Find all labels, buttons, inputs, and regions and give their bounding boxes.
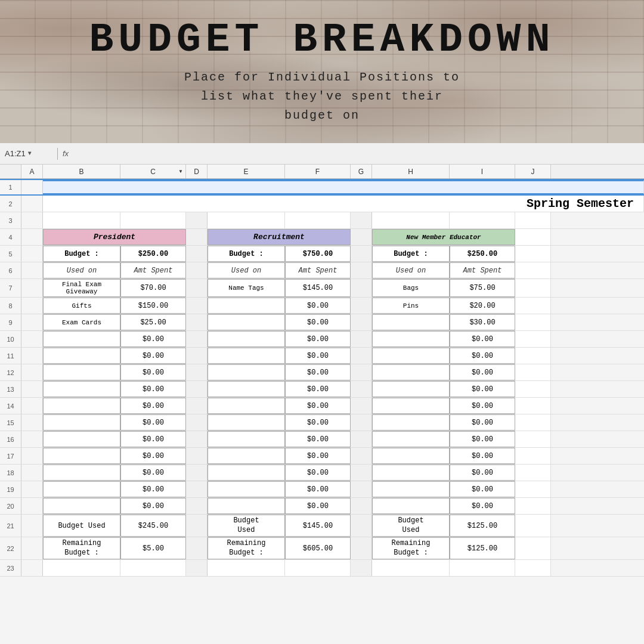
cell-j21[interactable] bbox=[515, 515, 551, 537]
col-header-a[interactable]: A bbox=[21, 165, 43, 178]
cell-a7[interactable] bbox=[21, 279, 43, 297]
cell-a1[interactable] bbox=[21, 180, 43, 194]
fx-label: fx bbox=[63, 149, 69, 158]
cell-j4[interactable] bbox=[515, 229, 551, 245]
cell-a18[interactable] bbox=[21, 465, 43, 481]
cell-a20[interactable] bbox=[21, 498, 43, 514]
cell-a10[interactable] bbox=[21, 331, 43, 347]
col-header-d[interactable]: D bbox=[186, 165, 208, 178]
cell-j16[interactable] bbox=[515, 431, 551, 447]
cell-j13[interactable] bbox=[515, 381, 551, 397]
gap-d23 bbox=[186, 560, 208, 576]
gap-g7 bbox=[351, 279, 372, 297]
cell-h23[interactable] bbox=[372, 560, 450, 576]
cell-f23[interactable] bbox=[285, 560, 351, 576]
cell-j18[interactable] bbox=[515, 465, 551, 481]
rec-item-3-name bbox=[208, 331, 285, 347]
pres-item-11-name bbox=[43, 465, 120, 481]
grid-row-4: 4 President Recruitment New Member Educa… bbox=[0, 229, 644, 246]
dropdown-arrow-icon[interactable]: ▼ bbox=[28, 150, 32, 157]
cell-j19[interactable] bbox=[515, 481, 551, 497]
row-num-2: 2 bbox=[0, 196, 21, 212]
cell-a16[interactable] bbox=[21, 431, 43, 447]
col-header-e[interactable]: E bbox=[208, 165, 285, 178]
cell-a12[interactable] bbox=[21, 364, 43, 380]
cell-b23[interactable] bbox=[43, 560, 120, 576]
cell-b3[interactable] bbox=[43, 212, 120, 228]
cell-a5[interactable] bbox=[21, 246, 43, 262]
cell-e23[interactable] bbox=[208, 560, 285, 576]
pres-item-7-amount: $0.00 bbox=[120, 398, 186, 414]
spreadsheet-wrapper: A1:Z1 ▼ fx A B C D E F G H I J 1 bbox=[0, 143, 644, 644]
cell-a21[interactable] bbox=[21, 515, 43, 537]
cell-a14[interactable] bbox=[21, 398, 43, 414]
cell-h3[interactable] bbox=[372, 212, 450, 228]
cell-a19[interactable] bbox=[21, 481, 43, 497]
gap-d10 bbox=[186, 331, 208, 347]
col-header-b[interactable]: B bbox=[43, 165, 120, 178]
grid-row-2: 2 Spring Semester bbox=[0, 196, 644, 212]
cell-j12[interactable] bbox=[515, 364, 551, 380]
cell-a15[interactable] bbox=[21, 414, 43, 431]
row-num-8: 8 bbox=[0, 298, 21, 314]
cell-i23[interactable] bbox=[450, 560, 515, 576]
cell-a13[interactable] bbox=[21, 381, 43, 397]
cell-c3[interactable] bbox=[120, 212, 186, 228]
cell-j22[interactable] bbox=[515, 537, 551, 559]
cell-a22[interactable] bbox=[21, 537, 43, 559]
cell-j11[interactable] bbox=[515, 348, 551, 364]
cell-e3[interactable] bbox=[208, 212, 285, 228]
row-num-4: 4 bbox=[0, 229, 21, 245]
col-header-g[interactable]: G bbox=[351, 165, 372, 178]
cell-j20[interactable] bbox=[515, 498, 551, 514]
cell-a2[interactable] bbox=[21, 196, 43, 212]
cell-a9[interactable] bbox=[21, 314, 43, 330]
grid-row-18: 18 $0.00 $0.00 $0.00 bbox=[0, 465, 644, 481]
cell-a8[interactable] bbox=[21, 298, 43, 314]
cell-f3[interactable] bbox=[285, 212, 351, 228]
rec-item-7-name bbox=[208, 398, 285, 414]
col-header-h[interactable]: H bbox=[372, 165, 450, 178]
row-num-9: 9 bbox=[0, 314, 21, 330]
nme-item-9-name bbox=[372, 431, 450, 447]
row-num-22: 22 bbox=[0, 537, 21, 559]
rec-remaining-value: $605.00 bbox=[285, 537, 351, 559]
pres-remaining-value: $5.00 bbox=[120, 537, 186, 559]
cell-ref-text[interactable]: A1:Z1 bbox=[5, 149, 26, 158]
cell-j10[interactable] bbox=[515, 331, 551, 347]
gap-g10 bbox=[351, 331, 372, 347]
cell-j5[interactable] bbox=[515, 246, 551, 262]
cell-c23[interactable] bbox=[120, 560, 186, 576]
grid-row-8: 8 Gifts $150.00 $0.00 Pins $20.00 bbox=[0, 298, 644, 314]
nme-item-10-name bbox=[372, 448, 450, 464]
cell-a4[interactable] bbox=[21, 229, 43, 245]
cell-j14[interactable] bbox=[515, 398, 551, 414]
grid-row-19: 19 $0.00 $0.00 $0.00 bbox=[0, 481, 644, 498]
cell-j8[interactable] bbox=[515, 298, 551, 314]
col-header-i[interactable]: I bbox=[450, 165, 515, 178]
cell-j23[interactable] bbox=[515, 560, 551, 576]
gap-g18 bbox=[351, 465, 372, 481]
cell-j9[interactable] bbox=[515, 314, 551, 330]
grid-row-20: 20 $0.00 $0.00 $0.00 bbox=[0, 498, 644, 515]
cell-a6[interactable] bbox=[21, 262, 43, 278]
cell-a17[interactable] bbox=[21, 448, 43, 464]
cell-j17[interactable] bbox=[515, 448, 551, 464]
cell-j3[interactable] bbox=[515, 212, 551, 228]
cell-merged-row1[interactable] bbox=[43, 180, 644, 194]
cell-i3[interactable] bbox=[450, 212, 515, 228]
cell-j15[interactable] bbox=[515, 414, 551, 431]
cell-j7[interactable] bbox=[515, 279, 551, 297]
gap-g15 bbox=[351, 414, 372, 431]
cell-a23[interactable] bbox=[21, 560, 43, 576]
grid-row-7: 7 Final Exam Giveaway $70.00 Name Tags $… bbox=[0, 279, 644, 298]
col-header-c[interactable]: C bbox=[120, 165, 186, 178]
rec-item-11-amount: $0.00 bbox=[285, 465, 351, 481]
rec-budget-used-label: Budget Used bbox=[208, 515, 285, 537]
pres-item-2-name: Exam Cards bbox=[43, 314, 120, 330]
col-header-j[interactable]: J bbox=[515, 165, 551, 178]
cell-a3[interactable] bbox=[21, 212, 43, 228]
cell-j6[interactable] bbox=[515, 262, 551, 278]
col-header-f[interactable]: F bbox=[285, 165, 351, 178]
cell-a11[interactable] bbox=[21, 348, 43, 364]
